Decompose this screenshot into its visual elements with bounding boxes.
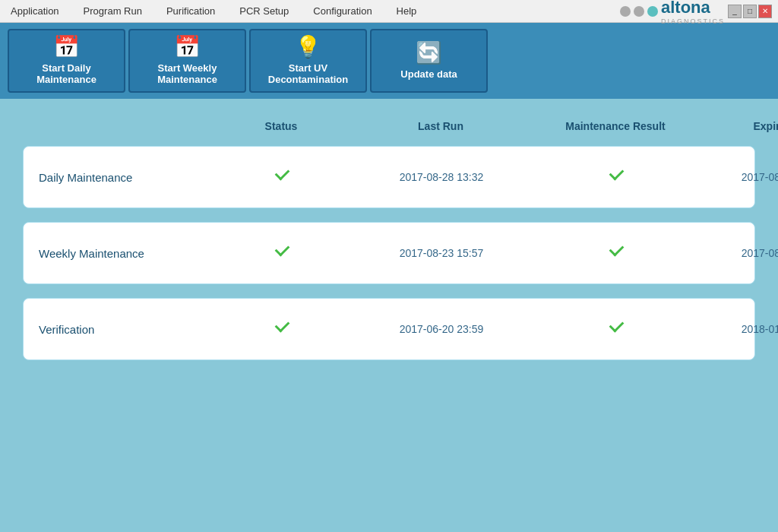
start-daily-icon: 📅 [53,36,80,58]
maximize-button[interactable]: □ [743,5,757,18]
start-weekly-button[interactable]: 📅Start Weekly Maintenance [128,29,246,93]
row-status-1 [206,244,358,263]
result-check-1 [608,244,625,261]
menu-bar: ApplicationProgram RunPurificationPCR Se… [0,0,778,23]
row-lastrun-1: 2017-08-23 15:57 [358,247,525,259]
row-result-2 [525,320,707,339]
dot-teal [647,6,658,17]
nav-item-help[interactable]: Help [392,2,422,20]
start-weekly-icon: 📅 [174,36,201,58]
col-expiry: Expiry Date [707,120,778,132]
main-content: Status Last Run Maintenance Result Expir… [0,99,778,532]
row-status-0 [206,168,358,187]
table-header: Status Last Run Maintenance Result Expir… [23,114,755,138]
col-result: Maintenance Result [524,120,707,132]
status-check-0 [274,168,290,185]
row-result-1 [525,244,707,263]
logo-text-area: altona DIAGNOSTICS [661,0,725,25]
row-result-0 [525,168,707,187]
col-name [38,120,205,132]
start-daily-button[interactable]: 📅Start Daily Maintenance [8,29,125,93]
row-lastrun-2: 2017-06-20 23:59 [358,323,525,335]
nav-menu: ApplicationProgram RunPurificationPCR Se… [6,2,421,20]
result-check-2 [608,320,625,337]
row-expiry-1: 2017-08-31 03:57 [707,247,778,259]
logo-sub: DIAGNOSTICS [661,17,725,25]
nav-item-application[interactable]: Application [6,2,64,20]
nav-item-purification[interactable]: Purification [162,2,220,20]
toolbar: 📅Start Daily Maintenance📅Start Weekly Ma… [0,23,778,99]
table-row-0: Daily Maintenance 2017-08-28 13:32 2017-… [23,146,755,208]
dot-gray2 [634,6,644,17]
row-name-1: Weekly Maintenance [39,247,206,260]
window-controls: _ □ ✕ [728,5,772,18]
start-daily-label: Start Daily Maintenance [14,62,119,85]
start-uv-label: Start UV Decontamination [255,62,361,85]
row-status-2 [206,320,358,339]
start-uv-icon: 💡 [295,36,321,58]
status-check-1 [274,244,290,261]
logo-dots [620,6,658,17]
start-uv-button[interactable]: 💡Start UV Decontamination [249,29,367,93]
row-name-2: Verification [39,323,206,336]
row-name-0: Daily Maintenance [39,171,206,184]
minimize-button[interactable]: _ [728,5,742,18]
row-lastrun-0: 2017-08-28 13:32 [358,171,525,183]
close-button[interactable]: ✕ [758,5,772,18]
table-row-1: Weekly Maintenance 2017-08-23 15:57 2017… [23,222,755,284]
table-body: Daily Maintenance 2017-08-28 13:32 2017-… [23,146,755,360]
result-check-0 [608,168,625,185]
col-lastrun: Last Run [357,120,524,132]
logo-area: altona DIAGNOSTICS _ □ ✕ [620,0,772,25]
nav-item-program-run[interactable]: Program Run [79,2,147,20]
nav-item-pcr-setup[interactable]: PCR Setup [235,2,293,20]
start-weekly-label: Start Weekly Maintenance [134,62,240,85]
logo-name: altona [661,0,710,17]
table-row-2: Verification 2017-06-20 23:59 2018-01-06… [23,298,755,360]
row-expiry-2: 2018-01-06 23:59 [707,323,778,335]
status-check-2 [274,320,290,337]
dot-gray [620,6,631,17]
update-data-label: Update data [400,68,457,80]
row-expiry-0: 2017-08-29 13:32 [707,171,778,183]
nav-item-configuration[interactable]: Configuration [308,2,376,20]
col-status: Status [205,120,357,132]
update-data-icon: 🔄 [416,43,442,64]
update-data-button[interactable]: 🔄Update data [370,29,488,93]
